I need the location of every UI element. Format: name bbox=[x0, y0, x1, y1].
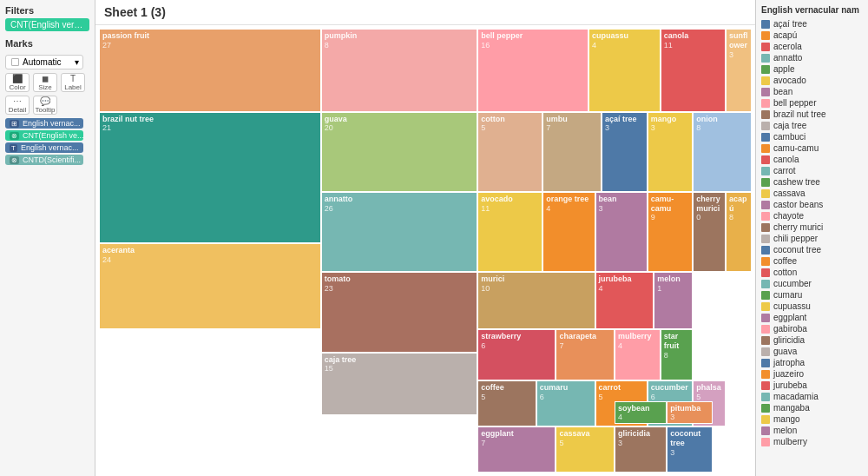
marks-type-select[interactable]: Automatic ▾ bbox=[5, 55, 83, 69]
legend-item-34[interactable]: mangaba bbox=[761, 402, 863, 413]
treemap-cell-2[interactable]: bell pepper16 bbox=[477, 29, 589, 112]
cell-label-27: star fruit bbox=[664, 332, 690, 351]
treemap-cell-12[interactable]: annatto26 bbox=[321, 192, 477, 272]
treemap-cell-25[interactable]: charapeta7 bbox=[556, 329, 615, 380]
legend-item-26[interactable]: eggplant bbox=[761, 312, 863, 323]
tooltip-button[interactable]: 💬 Tooltip bbox=[33, 96, 57, 115]
legend-item-17[interactable]: chayote bbox=[761, 210, 863, 221]
treemap-cell-8[interactable]: umbu7 bbox=[542, 112, 602, 192]
treemap-cell-7[interactable]: cotton5 bbox=[477, 112, 542, 192]
legend-item-12[interactable]: canola bbox=[761, 154, 863, 165]
legend-item-3[interactable]: annatto bbox=[761, 52, 863, 63]
legend-item-5[interactable]: avocado bbox=[761, 75, 863, 86]
legend-item-25[interactable]: cupuassu bbox=[761, 301, 863, 312]
treemap-cell-27[interactable]: star fruit8 bbox=[661, 329, 694, 380]
legend-item-2[interactable]: acerola bbox=[761, 41, 863, 52]
legend-item-21[interactable]: coffee bbox=[761, 255, 863, 267]
treemap-cell-28[interactable]: coffee5 bbox=[477, 380, 536, 426]
legend-label-0: açaí tree bbox=[773, 19, 807, 29]
marks-section: Marks Automatic ▾ ⬛ Color ◼ Size T Label… bbox=[5, 38, 89, 165]
treemap-cell-19[interactable]: brazil nut tree21 bbox=[99, 112, 321, 244]
treemap-cell-5[interactable]: sunflower3 bbox=[726, 29, 752, 112]
legend-item-36[interactable]: melon bbox=[761, 425, 863, 436]
treemap-cell-10[interactable]: mango3 bbox=[648, 112, 694, 192]
legend-item-13[interactable]: carrot bbox=[761, 165, 863, 176]
legend-item-14[interactable]: cashew tree bbox=[761, 176, 863, 188]
legend-item-22[interactable]: cotton bbox=[761, 267, 863, 278]
legend-item-16[interactable]: castor beans bbox=[761, 199, 863, 210]
legend-item-24[interactable]: cumaru bbox=[761, 289, 863, 301]
treemap-cell-15[interactable]: bean3 bbox=[595, 192, 648, 272]
legend-item-7[interactable]: bell pepper bbox=[761, 97, 863, 109]
label-button[interactable]: T Label bbox=[61, 73, 85, 92]
legend-item-35[interactable]: mango bbox=[761, 413, 863, 425]
legend-item-18[interactable]: cherry murici bbox=[761, 221, 863, 233]
legend-item-28[interactable]: gliricidia bbox=[761, 334, 863, 346]
legend-item-30[interactable]: jatropha bbox=[761, 357, 863, 368]
field-pill-1[interactable]: ⊗ CNT(English ve... bbox=[5, 130, 83, 141]
legend-item-23[interactable]: cucumber bbox=[761, 278, 863, 289]
color-button[interactable]: ⬛ Color bbox=[5, 73, 30, 92]
treemap-cell-6[interactable]: guava20 bbox=[321, 112, 477, 192]
legend-label-4: apple bbox=[773, 64, 794, 74]
legend-item-15[interactable]: cassava bbox=[761, 188, 863, 199]
treemap-cell-36[interactable]: cassava5 bbox=[556, 426, 615, 473]
legend-item-32[interactable]: jurubeba bbox=[761, 380, 863, 391]
legend-item-19[interactable]: chili pepper bbox=[761, 233, 863, 244]
legend-item-20[interactable]: coconut tree bbox=[761, 244, 863, 255]
treemap-cell-16[interactable]: camu-camu9 bbox=[648, 192, 694, 272]
treemap-cell-26[interactable]: mulberry4 bbox=[615, 329, 661, 380]
field-pill-3[interactable]: ⊗ CNTD(Scientifi... bbox=[5, 155, 83, 165]
treemap-cell-38[interactable]: coconut tree3 bbox=[667, 426, 713, 473]
legend-item-1[interactable]: acapú bbox=[761, 30, 863, 41]
detail-button[interactable]: ⋯ Detail bbox=[5, 96, 30, 115]
treemap-cell-11[interactable]: onion8 bbox=[693, 112, 752, 192]
treemap-cell-35[interactable]: eggplant7 bbox=[477, 426, 556, 473]
treemap-cell-4[interactable]: canola11 bbox=[661, 29, 726, 112]
treemap-cell-39[interactable]: soybean4 bbox=[615, 401, 667, 424]
treemap-cell-0[interactable]: passion fruit27 bbox=[99, 29, 321, 112]
legend-item-9[interactable]: caja tree bbox=[761, 120, 863, 131]
cell-label-23: tomato bbox=[325, 274, 474, 284]
size-button[interactable]: ◼ Size bbox=[33, 73, 57, 92]
treemap-cell-33[interactable]: aceranta24 bbox=[99, 243, 321, 329]
legend-item-4[interactable]: apple bbox=[761, 63, 863, 75]
treemap-cell-13[interactable]: avocado11 bbox=[477, 192, 542, 272]
treemap-cell-22[interactable]: melon1 bbox=[654, 272, 693, 329]
legend-item-31[interactable]: juazeiro bbox=[761, 368, 863, 380]
legend-item-8[interactable]: brazil nut tree bbox=[761, 109, 863, 120]
legend-item-0[interactable]: açaí tree bbox=[761, 18, 863, 30]
legend-item-11[interactable]: camu-camu bbox=[761, 142, 863, 154]
filter-pill[interactable]: CNT(English vernacu... bbox=[5, 18, 89, 31]
treemap-cell-23[interactable]: tomato23 bbox=[321, 272, 477, 352]
treemap-cell-18[interactable]: acapú8 bbox=[726, 192, 752, 272]
field-pill-2[interactable]: T English vernac... bbox=[5, 142, 83, 153]
legend-item-29[interactable]: guava bbox=[761, 346, 863, 357]
cell-value-1: 8 bbox=[325, 41, 474, 50]
treemap-cell-20[interactable]: murici10 bbox=[477, 272, 595, 329]
legend-swatch-11 bbox=[761, 144, 770, 153]
treemap-cell-21[interactable]: jurubeba4 bbox=[595, 272, 654, 329]
treemap-cell-37[interactable]: gliricidia3 bbox=[615, 426, 667, 473]
cell-value-10: 3 bbox=[651, 123, 690, 132]
treemap-cell-29[interactable]: cumaru6 bbox=[536, 380, 595, 426]
legend-item-6[interactable]: bean bbox=[761, 86, 863, 97]
legend-item-10[interactable]: cambuci bbox=[761, 131, 863, 142]
legend-label-23: cucumber bbox=[773, 279, 812, 288]
treemap-cell-40[interactable]: pitumba3 bbox=[667, 401, 713, 424]
treemap-cell-1[interactable]: pumpkin8 bbox=[321, 29, 477, 112]
legend-item-27[interactable]: gabiroba bbox=[761, 323, 863, 334]
marks-checkbox[interactable] bbox=[11, 58, 19, 66]
legend-item-37[interactable]: mulberry bbox=[761, 436, 863, 447]
legend-item-33[interactable]: macadamia bbox=[761, 391, 863, 402]
legend-swatch-26 bbox=[761, 314, 770, 322]
treemap-cell-17[interactable]: cherry murici0 bbox=[693, 192, 726, 272]
legend-label-2: acerola bbox=[773, 42, 802, 51]
treemap-cell-34[interactable]: caja tree15 bbox=[321, 353, 477, 416]
field-pill-0[interactable]: ⊞ English vernac... bbox=[5, 118, 83, 129]
treemap-cell-9[interactable]: açaí tree3 bbox=[602, 112, 648, 192]
treemap-cell-14[interactable]: orange tree4 bbox=[542, 192, 595, 272]
treemap-cell-24[interactable]: strawberry6 bbox=[477, 329, 556, 380]
treemap-cell-3[interactable]: cupuassu4 bbox=[589, 29, 661, 112]
cell-label-19: brazil nut tree bbox=[102, 115, 318, 124]
